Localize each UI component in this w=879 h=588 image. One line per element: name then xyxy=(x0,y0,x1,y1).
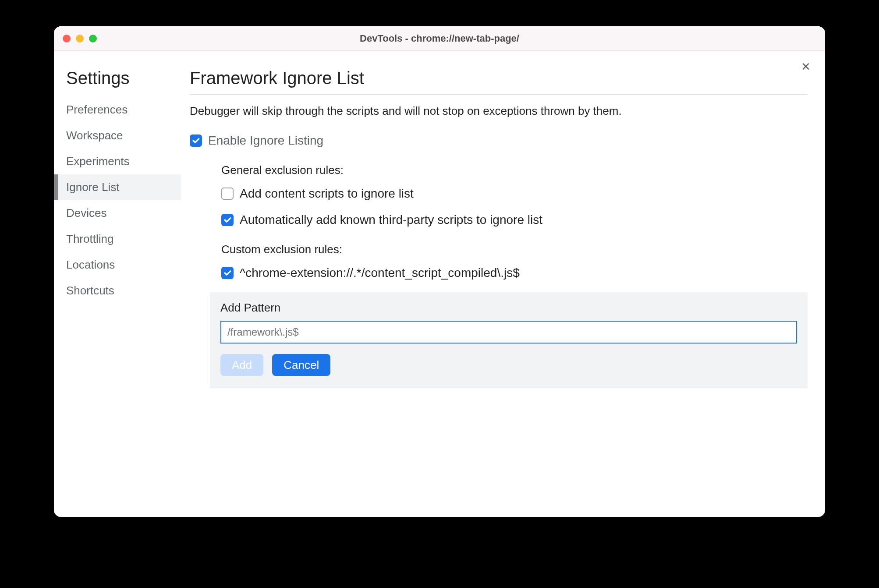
add-pattern-label: Add Pattern xyxy=(220,301,797,315)
sidebar-heading: Settings xyxy=(54,68,181,97)
custom-rule-label: ^chrome-extension://.*/content_script_co… xyxy=(240,266,520,280)
settings-main: Framework Ignore List Debugger will skip… xyxy=(181,51,825,517)
add-pattern-input[interactable] xyxy=(220,321,797,344)
checkbox-checked-icon[interactable] xyxy=(221,267,234,279)
sidebar-item-locations[interactable]: Locations xyxy=(54,252,181,278)
close-icon[interactable]: ✕ xyxy=(800,60,812,73)
third-party-rule-row[interactable]: Automatically add known third-party scri… xyxy=(221,213,808,227)
minimize-window-button[interactable] xyxy=(76,35,84,43)
traffic-lights xyxy=(63,35,97,43)
custom-rule-row[interactable]: ^chrome-extension://.*/content_script_co… xyxy=(221,266,808,280)
settings-body: ✕ Settings Preferences Workspace Experim… xyxy=(54,51,825,517)
checkbox-checked-icon[interactable] xyxy=(221,214,234,226)
page-title: Framework Ignore List xyxy=(190,68,808,95)
sidebar-item-experiments[interactable]: Experiments xyxy=(54,149,181,174)
enable-ignore-listing-label: Enable Ignore Listing xyxy=(208,134,323,148)
sidebar-item-devices[interactable]: Devices xyxy=(54,200,181,226)
page-description: Debugger will skip through the scripts a… xyxy=(190,104,808,118)
sidebar-item-workspace[interactable]: Workspace xyxy=(54,123,181,149)
close-window-button[interactable] xyxy=(63,35,71,43)
content-scripts-rule-row[interactable]: Add content scripts to ignore list xyxy=(221,187,808,201)
checkbox-unchecked-icon[interactable] xyxy=(221,188,234,200)
titlebar: DevTools - chrome://new-tab-page/ xyxy=(54,26,825,51)
custom-rules-heading: Custom exclusion rules: xyxy=(221,243,808,256)
devtools-window: DevTools - chrome://new-tab-page/ ✕ Sett… xyxy=(54,26,825,517)
third-party-rule-label: Automatically add known third-party scri… xyxy=(240,213,542,227)
settings-sidebar: Settings Preferences Workspace Experimen… xyxy=(54,51,181,517)
sidebar-item-ignore-list[interactable]: Ignore List xyxy=(54,174,181,200)
checkbox-checked-icon[interactable] xyxy=(190,135,202,147)
add-pattern-panel: Add Pattern Add Cancel xyxy=(210,292,808,388)
content-scripts-rule-label: Add content scripts to ignore list xyxy=(240,187,414,201)
cancel-button[interactable]: Cancel xyxy=(272,354,330,376)
sidebar-item-shortcuts[interactable]: Shortcuts xyxy=(54,278,181,304)
zoom-window-button[interactable] xyxy=(89,35,97,43)
general-rules-heading: General exclusion rules: xyxy=(221,163,808,177)
enable-ignore-listing-row[interactable]: Enable Ignore Listing xyxy=(190,134,808,148)
add-button[interactable]: Add xyxy=(220,354,263,376)
sidebar-item-preferences[interactable]: Preferences xyxy=(54,97,181,123)
window-title: DevTools - chrome://new-tab-page/ xyxy=(54,33,825,44)
sidebar-item-throttling[interactable]: Throttling xyxy=(54,226,181,252)
